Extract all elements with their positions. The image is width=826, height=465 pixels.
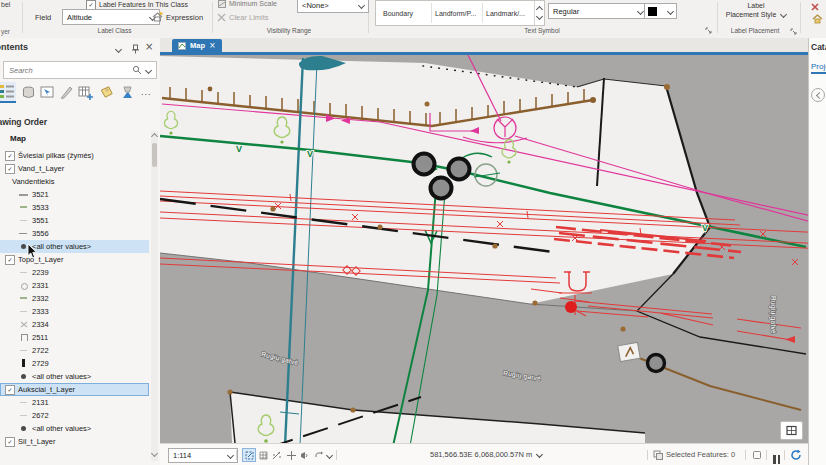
layer-label: 3533 [32, 203, 49, 212]
layer-item[interactable]: 3533 [0, 201, 149, 214]
layer-label: 2333 [32, 307, 49, 316]
water-line-marker: V [702, 223, 708, 233]
search-input[interactable] [4, 66, 132, 75]
layer-item[interactable]: 2333 [0, 305, 149, 318]
layer-item[interactable]: ✓Topo_t_Layer [0, 253, 149, 266]
layer-item[interactable]: 2239 [0, 266, 149, 279]
search-options-icon[interactable] [145, 66, 152, 73]
layer-item[interactable]: ✓Auksciai_t_Layer [0, 383, 149, 396]
symbol-swatch [19, 294, 30, 303]
snapping-toggle-icon[interactable] [242, 448, 256, 462]
label-placement-launcher-icon[interactable] [790, 28, 797, 35]
clipped-house-icon[interactable] [812, 14, 823, 24]
toolbar-overflow-button[interactable]: ... [141, 87, 152, 97]
labeling-properties-icon[interactable] [119, 84, 136, 101]
tab-drawing-order[interactable] [0, 82, 16, 101]
clipped-red-x-icon[interactable] [810, 2, 820, 12]
layer-item[interactable]: 2722 [0, 344, 149, 357]
selection-icon[interactable] [39, 84, 56, 101]
contents-scrollbar[interactable] [151, 131, 158, 461]
field-dropdown[interactable]: Altitude [62, 9, 160, 25]
layer-item[interactable]: 2331 [0, 279, 149, 292]
layer-item[interactable]: ✓Sil_t_Layer [0, 435, 149, 448]
layer-item[interactable]: 2334 [0, 318, 149, 331]
font-style-dropdown[interactable]: Regular [548, 3, 648, 19]
symbol-swatch [19, 372, 30, 381]
map-overview-button[interactable] [780, 421, 803, 440]
layer-checkbox[interactable]: ✓ [5, 164, 15, 174]
scale-dropdown[interactable]: 1:114 [168, 448, 238, 463]
layer-item[interactable]: 3556 [0, 227, 149, 240]
layer-checkbox[interactable]: ✓ [5, 255, 15, 265]
edit-pencil-icon[interactable] [58, 84, 75, 101]
layer-checkbox[interactable]: ✓ [5, 437, 15, 447]
gallery-down-icon[interactable] [536, 13, 543, 20]
street-label: Rugių gatvė [769, 296, 777, 334]
text-color-dropdown[interactable] [644, 3, 677, 19]
expression-button[interactable]: Expression [166, 13, 203, 22]
symbol-swatch [19, 229, 30, 238]
clear-limits-button[interactable]: Clear Limits [229, 13, 269, 22]
table-add-icon[interactable] [77, 84, 94, 101]
close-panel-icon[interactable]: × [145, 41, 153, 52]
label-tag-icon[interactable] [98, 84, 115, 101]
search-icon[interactable] [132, 65, 142, 75]
clear-limits-icon [217, 13, 226, 22]
layer-checkbox[interactable]: ✓ [5, 151, 15, 161]
grid-icon[interactable] [256, 448, 270, 462]
layer-label: Sil_t_Layer [18, 437, 56, 446]
layer-label: Vandentiekis [12, 177, 54, 186]
layer-label: Vand_t_Layer [18, 164, 64, 173]
crosshair-icon[interactable] [284, 448, 298, 462]
layer-item[interactable]: Vandentiekis [0, 175, 149, 188]
gallery-item-landform[interactable]: Landform/P... [435, 10, 476, 17]
layer-label: <all other values> [32, 424, 91, 433]
symbol-swatch [19, 216, 30, 225]
constraints-icon[interactable] [270, 448, 284, 462]
selected-features-count[interactable]: Selected Features: 0 [666, 450, 735, 459]
layer-checkbox[interactable]: ✓ [5, 385, 15, 395]
close-tab-icon[interactable]: × [209, 41, 216, 50]
layer-item[interactable]: <all other values> [0, 370, 149, 383]
minimum-scale-dropdown[interactable]: <None> [297, 0, 369, 13]
data-source-icon[interactable] [20, 84, 37, 101]
pin-icon[interactable] [131, 44, 140, 54]
refresh-icon[interactable] [790, 449, 802, 461]
gallery-item-boundary[interactable]: Boundary [383, 10, 413, 17]
feedback-icon[interactable] [298, 448, 312, 462]
spatial-reference-icon[interactable] [752, 450, 762, 460]
layer-item[interactable]: ✓Vand_t_Layer [0, 162, 149, 175]
layer-item[interactable]: 2729 [0, 357, 149, 370]
text-symbol-launcher-icon[interactable] [705, 27, 712, 34]
layer-label: 2511 [32, 333, 48, 342]
layer-item[interactable]: 2332 [0, 292, 149, 305]
label-placement-style-button[interactable]: Label Placement Style [718, 1, 794, 20]
rotate-icon[interactable] [312, 448, 326, 462]
catalog-tab-project[interactable]: Project [811, 62, 826, 74]
map-canvas[interactable]: Rugių gatvė Rugių gatvė Rugių gatvė V V … [160, 55, 808, 443]
tab-map[interactable]: Map × [172, 39, 222, 52]
layer-item[interactable]: <all other values> [0, 422, 149, 435]
symbol-swatch [19, 346, 30, 355]
gallery-item-landmark[interactable]: Landmark/... [486, 10, 525, 17]
catalog-back-button[interactable] [811, 88, 825, 102]
layer-item[interactable]: 3521 [0, 188, 149, 201]
map-root-item[interactable]: Map [10, 134, 26, 143]
layer-item[interactable]: <all other values> [0, 240, 149, 253]
layer-item[interactable]: ✓Šviesiai pilkas (žymės) [0, 149, 149, 162]
layer-item[interactable]: 2672 [0, 409, 149, 422]
layer-item[interactable]: 3551 [0, 214, 149, 227]
drawing-order-heading: Drawing Order [0, 117, 47, 127]
layer-label: 2239 [32, 268, 49, 277]
minimum-scale-icon [218, 0, 226, 8]
layer-item[interactable]: 2131 [0, 396, 149, 409]
symbol-swatch [19, 333, 30, 342]
field-value: Altitude [67, 13, 92, 22]
arcgis-pro-window: bel yer ✓ Label Features In This Class F… [0, 0, 826, 465]
pause-drawing-button[interactable] [772, 450, 781, 465]
layer-label: 2729 [32, 359, 49, 368]
status-more-icon[interactable] [326, 452, 333, 459]
layer-item[interactable]: 2511 [0, 331, 149, 344]
panel-menu-icon[interactable] [115, 46, 122, 53]
layer-label: <all other values> [32, 372, 91, 381]
